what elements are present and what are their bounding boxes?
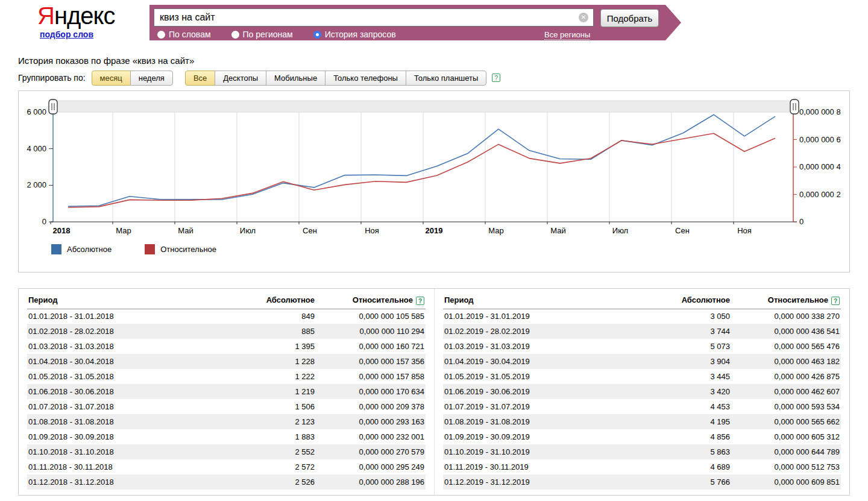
relative-cell: 0,000 000 565 662 (731, 414, 841, 429)
chart-legend: Абсолютное Относительное (51, 244, 216, 254)
radio-icon (231, 31, 239, 39)
radio-by-words[interactable]: По словам (157, 30, 211, 39)
help-icon[interactable]: ? (416, 297, 424, 305)
x-axis-label: Мар (116, 226, 131, 235)
tab-all-devices[interactable]: Все (185, 71, 215, 86)
period-cell: 01.09.2019 - 30.09.2019 (443, 429, 660, 444)
relative-cell: 0,000 000 463 182 (731, 354, 841, 369)
relative-cell: 0,000 000 288 196 (316, 474, 426, 490)
period-cell: 01.08.2019 - 31.08.2019 (443, 414, 660, 429)
x-axis-label: Май (550, 226, 565, 235)
absolute-cell: 4 689 (660, 459, 731, 474)
period-cell: 01.10.2018 - 31.10.2018 (27, 444, 245, 459)
relative-cell: 0,000 000 295 249 (316, 459, 426, 474)
x-axis-label: Ноя (365, 226, 379, 235)
table-row: 01.06.2018 - 30.06.20181 2190,000 000 17… (27, 384, 426, 399)
legend-item-relative: Относительное (145, 244, 216, 254)
tab-phones-only[interactable]: Только телефоны (325, 71, 406, 86)
absolute-cell: 5 863 (660, 444, 731, 459)
search-input[interactable] (154, 8, 594, 27)
page-title: История показов по фразе «квиз на сайт» (18, 55, 194, 66)
slider-handle-right[interactable] (790, 99, 799, 114)
all-regions-link[interactable]: Все регионы (544, 30, 590, 40)
help-icon[interactable]: ? (492, 74, 500, 82)
table-row: 01.03.2019 - 31.03.20195 0730,000 000 56… (443, 339, 841, 354)
table-row: 01.10.2018 - 31.10.20182 5520,000 000 27… (27, 444, 426, 459)
group-by-segmented: месяц неделя (92, 71, 173, 86)
period-cell: 01.03.2018 - 31.03.2018 (27, 339, 245, 354)
relative-cell: 0,000 000 157 356 (316, 354, 426, 369)
col-absolute: Абсолютное (245, 291, 316, 309)
right-axis-label: 0 (799, 217, 804, 226)
absolute-cell: 2 123 (245, 414, 316, 429)
radio-query-history[interactable]: История запросов (313, 30, 396, 39)
table-row: 01.04.2018 - 30.04.20181 2280,000 000 15… (27, 354, 426, 369)
table-row: 01.08.2018 - 31.08.20182 1230,000 000 29… (27, 414, 426, 429)
absolute-cell: 4 856 (660, 429, 731, 444)
period-cell: 01.06.2019 - 30.06.2019 (443, 384, 660, 399)
table-row: 01.12.2018 - 31.12.20182 5260,000 000 28… (27, 474, 426, 490)
relative-cell: 0,000 000 209 378 (316, 399, 426, 414)
absolute-swatch-icon (51, 244, 61, 254)
absolute-cell: 3 445 (660, 369, 731, 384)
absolute-cell: 885 (245, 324, 316, 339)
relative-cell: 0,000 000 512 753 (731, 459, 841, 474)
table-row: 01.07.2018 - 31.07.20181 5060,000 000 20… (27, 399, 426, 414)
left-axis-label: 6 000 (27, 107, 46, 116)
tab-desktops[interactable]: Десктопы (215, 71, 266, 86)
absolute-cell: 849 (245, 309, 316, 324)
absolute-cell: 3 904 (660, 354, 731, 369)
absolute-cell: 4 453 (660, 399, 731, 414)
col-relative: Относительное? (316, 291, 426, 309)
absolute-cell: 1 228 (245, 354, 316, 369)
wordstat-service-link[interactable]: подбор слов (40, 30, 93, 39)
tab-mobile[interactable]: Мобильные (266, 71, 326, 86)
relative-cell: 0,000 000 293 163 (316, 414, 426, 429)
submit-button[interactable]: Подобрать (600, 9, 659, 27)
table-row: 01.04.2019 - 30.04.20193 9040,000 000 46… (443, 354, 841, 369)
radio-icon (157, 31, 165, 39)
period-cell: 01.04.2018 - 30.04.2018 (27, 354, 245, 369)
table-row: 01.11.2018 - 30.11.20182 5720,000 000 29… (27, 459, 426, 474)
absolute-cell: 2 526 (245, 474, 316, 490)
legend-item-absolute: Абсолютное (51, 244, 112, 254)
absolute-cell: 5 073 (660, 339, 731, 354)
absolute-cell: 1 395 (245, 339, 316, 354)
col-period: Период (443, 291, 660, 309)
tab-week[interactable]: неделя (130, 71, 173, 86)
absolute-cell: 2 572 (245, 459, 316, 474)
x-axis-label: Сен (675, 226, 690, 235)
series-left (68, 115, 775, 206)
right-axis-label: 0,000 000 4 (799, 162, 841, 171)
relative-cell: 0,000 000 462 607 (731, 384, 841, 399)
period-cell: 01.04.2019 - 30.04.2019 (443, 354, 660, 369)
col-relative: Относительное? (731, 291, 841, 309)
relative-cell: 0,000 000 609 851 (731, 474, 841, 490)
period-cell: 01.02.2019 - 28.02.2019 (443, 324, 660, 339)
absolute-cell: 3 050 (660, 309, 731, 324)
relative-swatch-icon (145, 244, 155, 254)
tab-tablets-only[interactable]: Только планшеты (406, 71, 486, 86)
left-axis-label: 4 000 (27, 144, 46, 153)
period-cell: 01.12.2018 - 31.12.2018 (27, 474, 245, 490)
radio-by-regions[interactable]: По регионам (231, 30, 293, 39)
period-cell: 01.11.2019 - 30.11.2019 (443, 459, 660, 474)
period-cell: 01.12.2019 - 31.12.2019 (443, 474, 660, 490)
relative-cell: 0,000 000 338 270 (731, 309, 841, 324)
tab-month[interactable]: месяц (92, 71, 131, 86)
table-row: 01.03.2018 - 31.03.20181 3950,000 000 16… (27, 339, 426, 354)
slider-handle-left[interactable] (49, 99, 57, 114)
table-row: 01.12.2019 - 31.12.20195 7660,000 000 60… (443, 474, 841, 490)
right-axis-label: 0,000 000 6 (799, 135, 841, 144)
period-cell: 01.05.2019 - 31.05.2019 (443, 369, 660, 384)
history-table-2018: ПериодАбсолютноеОтносительное?01.01.2018… (27, 291, 426, 490)
help-icon[interactable]: ? (831, 297, 840, 305)
table-row: 01.05.2018 - 31.05.20181 2220,000 000 15… (27, 369, 426, 384)
left-axis-label: 0 (42, 217, 46, 226)
absolute-cell: 1 222 (245, 369, 316, 384)
period-cell: 01.06.2018 - 30.06.2018 (27, 384, 245, 399)
range-slider-track[interactable] (51, 101, 799, 112)
legend-label: Относительное (160, 245, 216, 254)
absolute-cell: 3 744 (660, 324, 731, 339)
clear-search-icon[interactable]: ✕ (579, 13, 588, 22)
